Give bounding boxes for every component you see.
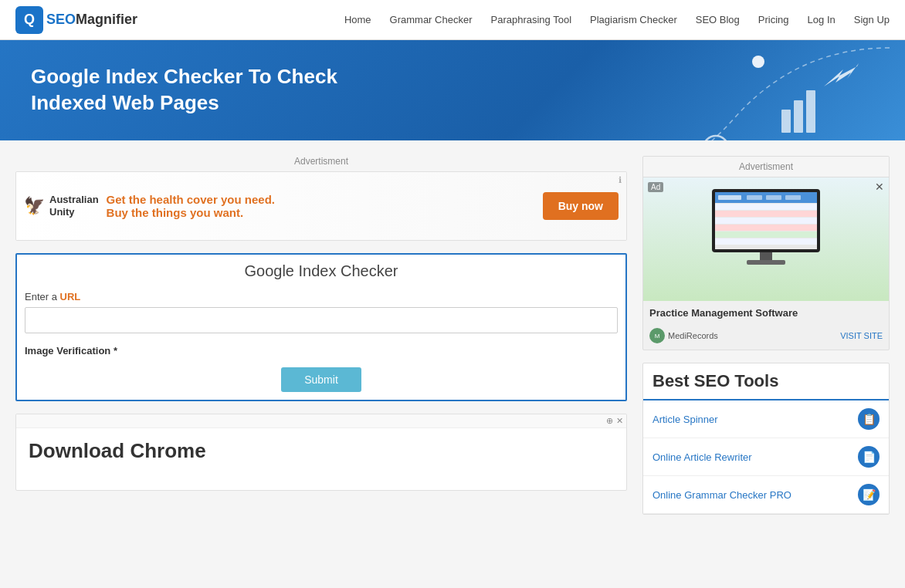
left-column: Advertisment 🦅 Australian Unity Get the … — [15, 156, 627, 515]
url-label-pre: Enter a — [25, 291, 57, 302]
top-ad-section: Advertisment 🦅 Australian Unity Get the … — [15, 156, 627, 241]
ad-box2-header: ⊕ ✕ — [16, 414, 626, 428]
url-label-link: URL — [60, 291, 81, 302]
hero-text-block: Google Index Checker To Check Indexed We… — [31, 64, 417, 117]
nav-seo-blog[interactable]: SEO Blog — [696, 14, 740, 25]
ad-badge: Ad — [648, 182, 663, 192]
svg-rect-22 — [715, 225, 817, 231]
hero-svg — [596, 40, 905, 140]
ad-label-top: Advertisment — [15, 156, 627, 167]
nav-login[interactable]: Log In — [808, 14, 836, 25]
sidebar-ad-label: Advertisment — [643, 157, 889, 177]
seo-tool-icon-2: 📄 — [858, 446, 880, 468]
ad-info-icon: ℹ — [619, 175, 622, 185]
right-sidebar: Advertisment Ad ✕ — [642, 156, 890, 515]
svg-rect-18 — [785, 195, 801, 200]
submit-button[interactable]: Submit — [281, 367, 361, 392]
au-logo-text: Australian Unity — [49, 194, 99, 218]
header: Q SEOMagnifier Home Grammar Checker Para… — [0, 0, 905, 40]
seo-tool-item-3[interactable]: Online Grammar Checker PRO 📝 — [643, 476, 889, 514]
seo-tool-item-2[interactable]: Online Article Rewriter 📄 — [643, 438, 889, 476]
nav-signup[interactable]: Sign Up — [854, 14, 890, 25]
seo-tool-label-1: Article Spinner — [652, 414, 718, 425]
seo-tools-box: Best SEO Tools Article Spinner 📋 Online … — [642, 363, 890, 515]
nav-grammar[interactable]: Grammar Checker — [390, 14, 473, 25]
sidebar-ad-box: Advertisment Ad ✕ — [642, 156, 890, 350]
buy-now-button[interactable]: Buy now — [543, 192, 619, 220]
seo-tool-label-3: Online Grammar Checker PRO — [652, 489, 791, 501]
nav-paraphrasing[interactable]: Paraphrasing Tool — [490, 14, 571, 25]
svg-rect-21 — [715, 218, 817, 224]
svg-rect-25 — [760, 252, 772, 260]
logo: Q SEOMagnifier — [15, 6, 137, 34]
main-nav: Home Grammar Checker Paraphrasing Tool P… — [344, 14, 890, 25]
logo-icon: Q — [15, 6, 43, 34]
required-marker: * — [114, 345, 117, 357]
medi-logo: M MediRecords — [649, 328, 718, 343]
medi-brand: MediRecords — [668, 331, 718, 340]
image-verification-group: Image Verification * — [25, 344, 618, 357]
ad-banner-inner: 🦅 Australian Unity Get the health cover … — [16, 172, 626, 240]
logo-text: SEOMagnifier — [46, 12, 137, 28]
svg-rect-26 — [747, 260, 785, 265]
au-tagline: Get the health cover you need. Buy the t… — [107, 193, 543, 219]
hero-banner: Google Index Checker To Check Indexed We… — [0, 40, 905, 140]
svg-rect-2 — [781, 110, 791, 133]
ad-box2-content: Download Chrome — [16, 428, 626, 474]
submit-wrap: Submit — [25, 367, 618, 392]
ad-close-icon[interactable]: ✕ — [616, 416, 623, 426]
logo-magnifier: Magnifier — [76, 12, 137, 27]
seo-tool-label-2: Online Article Rewriter — [652, 451, 752, 463]
monitor-illustration — [704, 185, 828, 270]
image-verification-label: Image Verification * — [25, 345, 117, 357]
bottom-ad-box: ⊕ ✕ Download Chrome — [15, 414, 627, 491]
nav-pricing[interactable]: Pricing — [758, 14, 789, 25]
logo-seo: SEO — [46, 12, 76, 27]
medi-icon: M — [649, 328, 665, 343]
seo-tool-icon-3: 📝 — [858, 484, 880, 505]
svg-rect-24 — [715, 238, 817, 245]
seo-tools-title: Best SEO Tools — [643, 363, 889, 400]
svg-rect-15 — [718, 195, 741, 200]
au-bird-icon: 🦅 — [24, 196, 45, 216]
download-chrome-text: Download Chrome — [29, 439, 206, 463]
svg-rect-4 — [806, 90, 815, 133]
svg-rect-3 — [794, 100, 803, 133]
svg-rect-17 — [766, 195, 781, 200]
nav-plagiarism[interactable]: Plagiarism Checker — [590, 14, 677, 25]
visit-site-link[interactable]: VISIT SITE — [840, 331, 883, 340]
seo-tool-icon-1: 📋 — [858, 408, 880, 430]
ad-banner-top: 🦅 Australian Unity Get the health cover … — [15, 171, 627, 241]
svg-rect-23 — [715, 231, 817, 238]
svg-point-5 — [703, 136, 728, 140]
svg-point-0 — [752, 56, 764, 68]
sidebar-ad-close-icon[interactable]: ✕ — [875, 181, 884, 193]
svg-rect-20 — [715, 211, 817, 217]
tool-title: Google Index Checker — [25, 262, 618, 280]
sidebar-ad-inner: Ad ✕ — [643, 177, 889, 301]
sidebar-ad-description: Practice Management Software — [643, 301, 889, 325]
hero-title: Google Index Checker To Check Indexed We… — [31, 64, 417, 117]
url-form-group: Enter a URL — [25, 291, 618, 333]
au-logo: 🦅 Australian Unity — [24, 194, 99, 218]
svg-rect-16 — [747, 195, 762, 200]
ad-settings-icon: ⊕ — [606, 416, 613, 426]
svg-rect-19 — [715, 204, 817, 210]
hero-decoration — [596, 40, 905, 140]
nav-home[interactable]: Home — [344, 14, 371, 25]
url-input[interactable] — [25, 307, 618, 333]
tool-box: Google Index Checker Enter a URL Image V… — [15, 253, 627, 401]
main-content: Advertisment 🦅 Australian Unity Get the … — [0, 140, 905, 530]
svg-marker-1 — [824, 63, 859, 86]
sidebar-ad-footer: M MediRecords VISIT SITE — [643, 325, 889, 350]
url-label: Enter a URL — [25, 291, 618, 302]
seo-tool-item-1[interactable]: Article Spinner 📋 — [643, 400, 889, 438]
